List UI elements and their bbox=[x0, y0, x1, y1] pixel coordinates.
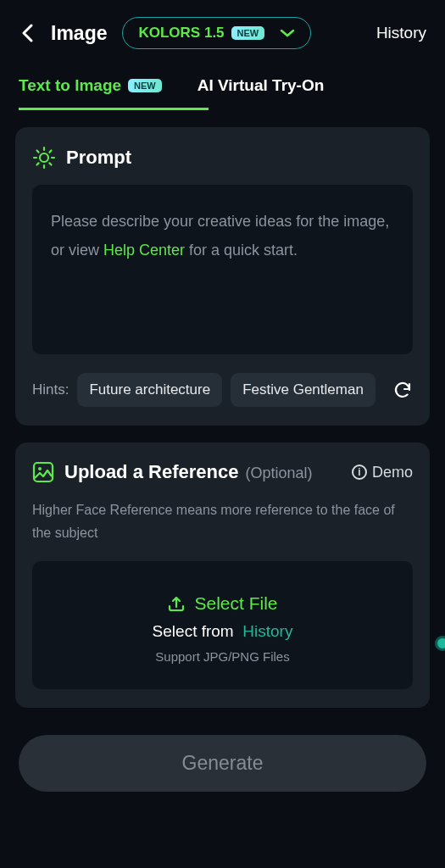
demo-button[interactable]: i Demo bbox=[352, 464, 413, 481]
hint-chip[interactable]: Future architecture bbox=[77, 373, 222, 407]
help-center-link[interactable]: Help Center bbox=[103, 242, 185, 259]
support-text: Support JPG/PNG Files bbox=[49, 649, 396, 664]
history-link[interactable]: History bbox=[376, 24, 426, 42]
svg-line-6 bbox=[49, 163, 51, 164]
refresh-icon[interactable] bbox=[392, 380, 413, 400]
select-from-history: Select from History bbox=[49, 622, 396, 641]
optional-label: (Optional) bbox=[245, 465, 312, 482]
select-file-button[interactable]: Select File bbox=[49, 593, 396, 614]
tab-text-to-image[interactable]: Text to Image NEW bbox=[19, 76, 162, 110]
upload-description: Higher Face Reference means more referen… bbox=[32, 498, 413, 544]
prompt-title: Prompt bbox=[66, 147, 131, 169]
select-file-label: Select File bbox=[194, 593, 277, 614]
tab-label: Text to Image bbox=[19, 76, 121, 95]
new-badge: NEW bbox=[128, 79, 162, 92]
info-icon: i bbox=[352, 465, 367, 480]
prompt-input[interactable]: Please describe your creative ideas for … bbox=[32, 185, 413, 354]
sun-icon bbox=[32, 146, 56, 170]
new-badge: NEW bbox=[231, 26, 265, 40]
demo-label: Demo bbox=[372, 464, 413, 481]
upload-card: Upload a Reference (Optional) i Demo Hig… bbox=[15, 442, 430, 708]
svg-line-5 bbox=[37, 151, 39, 153]
model-selector[interactable]: KOLORS 1.5 NEW bbox=[122, 17, 311, 49]
upload-icon bbox=[167, 594, 186, 613]
model-name: KOLORS 1.5 bbox=[138, 25, 224, 42]
hint-chip[interactable]: Festive Gentleman bbox=[231, 373, 375, 407]
hints-label: Hints: bbox=[32, 381, 69, 398]
prompt-card: Prompt Please describe your creative ide… bbox=[15, 127, 430, 426]
tab-label: AI Virtual Try-On bbox=[197, 76, 325, 95]
upload-dropzone[interactable]: Select File Select from History Support … bbox=[32, 561, 413, 689]
generate-button[interactable]: Generate bbox=[19, 735, 426, 792]
placeholder-text: for a quick start. bbox=[185, 242, 298, 259]
page-title: Image bbox=[51, 22, 107, 45]
svg-point-10 bbox=[38, 467, 42, 470]
svg-point-0 bbox=[40, 153, 48, 162]
tab-virtual-tryon[interactable]: AI Virtual Try-On bbox=[197, 76, 325, 110]
back-icon[interactable] bbox=[19, 25, 36, 42]
upload-title: Upload a Reference (Optional) bbox=[64, 461, 312, 483]
svg-line-8 bbox=[49, 151, 51, 153]
image-icon bbox=[32, 461, 54, 483]
chevron-down-icon bbox=[280, 29, 295, 37]
history-link-inline[interactable]: History bbox=[242, 622, 292, 640]
floating-handle[interactable] bbox=[435, 636, 445, 651]
svg-line-7 bbox=[37, 163, 39, 164]
